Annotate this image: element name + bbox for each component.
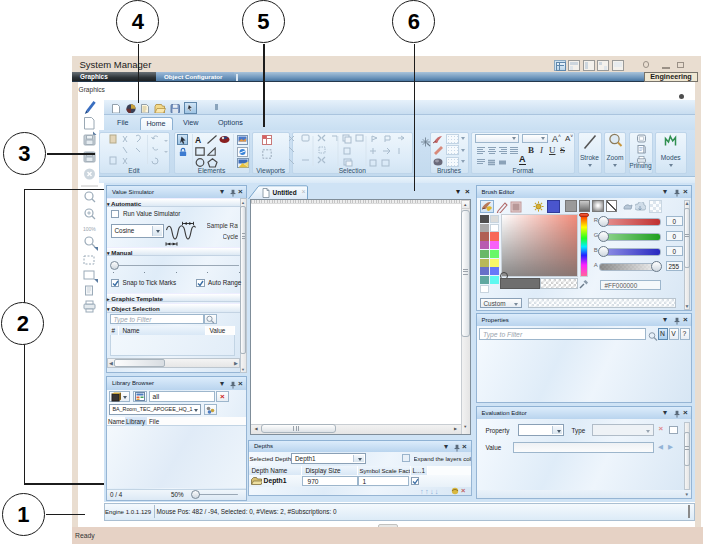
svg-text:100%: 100% [83, 226, 96, 232]
